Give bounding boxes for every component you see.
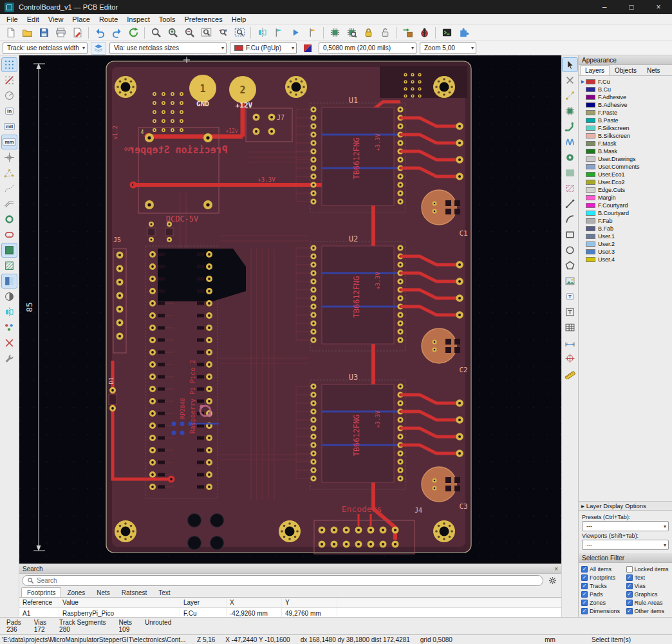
layer-color-swatch[interactable] (586, 211, 595, 216)
add-via-button[interactable] (562, 150, 578, 165)
track-width-dropdown[interactable]: Track: use netclass width ▾ (3, 43, 88, 54)
layer-row-b.cu[interactable]: B.Cu (580, 86, 672, 93)
filter-pads[interactable]: ✓Pads (581, 591, 625, 598)
search-tab-text[interactable]: Text (153, 587, 176, 597)
minimize-button[interactable]: – (591, 0, 618, 14)
draw-polygon-button[interactable] (562, 258, 578, 273)
add-footprint-button[interactable] (562, 104, 578, 118)
redo-button[interactable] (108, 25, 125, 40)
layer-row-b.paste[interactable]: B.Paste (580, 117, 672, 124)
column-header-x[interactable]: X (227, 598, 282, 607)
zoom-dropdown[interactable]: Zoom 5,00 ▾ (420, 43, 476, 54)
add-reference-image-button[interactable] (562, 274, 578, 289)
layer-row-f.mask[interactable]: F.Mask (580, 140, 672, 147)
high-contrast-mode-button[interactable] (1, 289, 17, 304)
net-colors-button[interactable] (1, 320, 17, 335)
close-button[interactable]: × (645, 0, 672, 14)
filter-all-items[interactable]: ✓All items (581, 565, 625, 573)
layer-color-swatch[interactable] (586, 95, 595, 100)
flip-view-button[interactable] (1, 305, 17, 319)
footprint-viewer-button[interactable] (343, 25, 360, 40)
layer-row-f.adhesive[interactable]: F.Adhesive (580, 93, 672, 101)
tab-nets[interactable]: Nets (642, 65, 666, 75)
column-header-reference[interactable]: Reference (19, 598, 59, 607)
scripting-console-button[interactable] (438, 25, 455, 40)
column-header-value[interactable]: Value (59, 598, 180, 607)
filter-vias[interactable]: ✓Vias (626, 582, 670, 589)
search-tab-zones[interactable]: Zones (61, 587, 91, 597)
layer-row-f.cu[interactable]: ▶F.Cu (580, 78, 672, 86)
properties-panel-button[interactable] (1, 351, 17, 366)
pad-outlines-button[interactable] (1, 227, 17, 242)
filter-other-items[interactable]: ✓Other items (626, 607, 670, 614)
cross-probe-button[interactable] (1, 336, 17, 350)
filter-tracks[interactable]: ✓Tracks (581, 582, 625, 589)
undo-button[interactable] (91, 25, 108, 40)
tab-layers[interactable]: Layers (580, 65, 610, 75)
layer-color-swatch[interactable] (586, 110, 595, 115)
draw-arc-button[interactable] (562, 212, 578, 227)
table-row[interactable]: A1RaspberryPi_PicoF.Cu-42,9260 mm49,2760… (19, 608, 561, 617)
tune-length-button[interactable] (562, 135, 578, 149)
save-button[interactable] (35, 25, 52, 40)
layer-row-user.1[interactable]: User.1 (580, 232, 672, 240)
checkbox[interactable]: ✓ (626, 583, 633, 589)
layer-row-user.eco1[interactable]: User.Eco1 (580, 171, 672, 178)
add-text-button[interactable]: T (562, 289, 578, 304)
layer-row-margin[interactable]: Margin (580, 194, 672, 202)
zoom-fit-button[interactable] (198, 25, 214, 40)
layer-color-swatch[interactable] (586, 126, 595, 131)
layer-color-swatch[interactable] (586, 180, 595, 185)
add-filled-zone-button[interactable] (562, 166, 578, 180)
checkbox[interactable]: ✓ (626, 574, 633, 581)
layer-color-swatch[interactable] (586, 242, 595, 247)
track-outlines-button[interactable] (1, 196, 17, 211)
via-outlines-button[interactable] (1, 212, 17, 227)
add-table-button[interactable] (562, 320, 578, 335)
layer-row-user.eco2[interactable]: User.Eco2 (580, 178, 672, 186)
add-text-box-button[interactable] (562, 305, 578, 319)
checkbox[interactable]: ✓ (581, 566, 588, 573)
menu-route[interactable]: Route (95, 15, 122, 23)
zoom-objects-button[interactable] (214, 25, 231, 40)
layer-color-swatch[interactable] (586, 234, 595, 239)
search-settings-button[interactable] (546, 574, 559, 586)
layer-color-swatch[interactable] (586, 218, 595, 223)
layer-row-user.drawings[interactable]: User.Drawings (580, 155, 672, 163)
new-board-button[interactable] (2, 25, 19, 40)
layer-row-b.fab[interactable]: B.Fab (580, 225, 672, 232)
net-inspector-button[interactable] (270, 25, 287, 40)
filter-rule-areas[interactable]: ✓Rule Areas (626, 599, 670, 606)
menu-edit[interactable]: Edit (23, 15, 44, 23)
footprint-editor-button[interactable] (326, 25, 343, 40)
filter-locked-items[interactable]: Locked items (626, 565, 670, 573)
checkbox[interactable]: ✓ (581, 591, 588, 598)
grid-size-dropdown[interactable]: 0,5080 mm (20,00 mils) ▾ (319, 43, 416, 54)
checkbox[interactable]: ✓ (626, 608, 633, 614)
column-header-y[interactable]: Y (282, 598, 337, 607)
search-tab-footprints[interactable]: Footprints (21, 587, 61, 597)
layer-row-user.2[interactable]: User.2 (580, 240, 672, 248)
lock-button[interactable] (360, 25, 377, 40)
filter-graphics[interactable]: ✓Graphics (626, 591, 670, 598)
plot-button[interactable] (69, 25, 86, 40)
print-button[interactable] (52, 25, 69, 40)
layer-row-f.paste[interactable]: F.Paste (580, 109, 672, 117)
run-drc-button[interactable] (416, 25, 433, 40)
pcb-canvas[interactable]: 851GND2+12VJ7v1.2out4+12vPrecision Stepp… (19, 55, 561, 564)
search-panel-header[interactable]: Search × (19, 564, 561, 574)
layer-row-f.courtyard[interactable]: F.Courtyard (580, 202, 672, 209)
layer-color-swatch[interactable] (586, 149, 595, 154)
update-pcb-from-schematic-button[interactable] (399, 25, 416, 40)
polar-coordinates-button[interactable] (1, 88, 17, 103)
search-tab-ratsnest[interactable]: Ratsnest (116, 587, 153, 597)
layer-row-edge.cuts[interactable]: Edge.Cuts (580, 186, 672, 194)
units-inches-button[interactable]: in (1, 104, 17, 118)
layer-color-swatch[interactable] (586, 87, 595, 92)
checkbox[interactable]: ✓ (581, 600, 588, 606)
add-rule-area-button[interactable] (562, 181, 578, 196)
show-3d-viewer-button[interactable] (287, 25, 304, 40)
layer-row-b.adhesive[interactable]: B.Adhesive (580, 101, 672, 109)
layer-color-swatch[interactable] (586, 164, 595, 169)
draw-line-button[interactable] (562, 196, 578, 211)
